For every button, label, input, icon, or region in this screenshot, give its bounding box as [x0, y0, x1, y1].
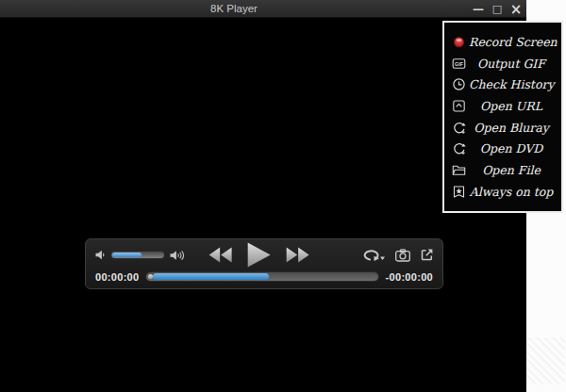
title-bar[interactable]: 8K Player — □ × — [0, 0, 526, 18]
controls-row — [95, 242, 433, 268]
snapshot-camera-icon[interactable] — [395, 249, 410, 262]
remaining-time: -00:00:00 — [386, 271, 433, 283]
seek-bar-fill — [153, 273, 269, 280]
window-title: 8K Player — [0, 0, 468, 18]
volume-low-icon[interactable] — [95, 250, 106, 260]
volume-slider[interactable] — [110, 251, 165, 259]
volume-fill — [112, 253, 142, 257]
menu-item-output-gif[interactable]: GIF Output GIF — [444, 53, 561, 74]
utility-group — [361, 248, 433, 262]
watermark — [526, 337, 565, 384]
dvd-icon — [452, 141, 469, 155]
loop-mode-icon[interactable] — [361, 248, 385, 262]
close-button[interactable]: × — [509, 1, 523, 17]
menu-item-check-history[interactable]: Check History — [444, 74, 561, 95]
rewind-button[interactable] — [208, 247, 232, 263]
menu-item-open-file[interactable]: Open File — [444, 159, 561, 181]
fullscreen-expand-icon[interactable] — [421, 249, 433, 261]
gif-icon: GIF — [452, 57, 469, 71]
svg-text:GIF: GIF — [455, 60, 464, 66]
elapsed-time: 00:00:00 — [95, 271, 139, 283]
open-file-icon — [452, 163, 469, 177]
record-icon — [452, 35, 469, 49]
transport-group — [208, 242, 309, 268]
volume-high-icon[interactable] — [170, 250, 185, 261]
menu-item-always-on-top[interactable]: Always on top — [444, 181, 561, 203]
minimize-button[interactable]: — — [472, 1, 485, 17]
history-icon — [452, 77, 469, 91]
menu-item-open-url[interactable]: Open URL — [444, 95, 561, 117]
seek-bar[interactable] — [145, 271, 378, 282]
play-button[interactable] — [247, 242, 271, 268]
volume-group — [95, 250, 185, 261]
menu-item-open-bluray[interactable]: Open Bluray — [444, 117, 561, 139]
bluray-icon — [452, 121, 469, 135]
maximize-button[interactable]: □ — [491, 1, 504, 17]
seek-row: 00:00:00 -00:00:00 — [95, 270, 433, 284]
fast-forward-button[interactable] — [286, 247, 309, 263]
control-bar: 00:00:00 -00:00:00 — [85, 238, 443, 289]
url-icon — [452, 99, 469, 113]
always-on-top-icon — [452, 185, 469, 199]
menu-item-record-screen[interactable]: Record Screen — [444, 31, 561, 53]
context-menu: Record Screen GIF Output GIF Check Histo… — [442, 21, 563, 213]
menu-item-open-dvd[interactable]: Open DVD — [444, 138, 561, 159]
window-controls: — □ × — [472, 0, 523, 18]
